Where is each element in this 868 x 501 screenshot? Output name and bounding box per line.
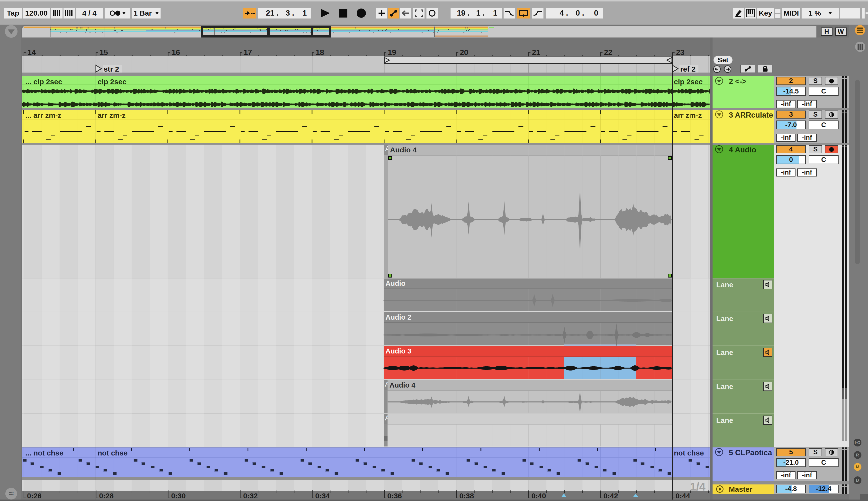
svg-text:M: M — [856, 465, 859, 469]
svg-text:D: D — [856, 478, 859, 483]
svg-text:I·O: I·O — [855, 440, 860, 445]
svg-text:R: R — [856, 453, 859, 457]
